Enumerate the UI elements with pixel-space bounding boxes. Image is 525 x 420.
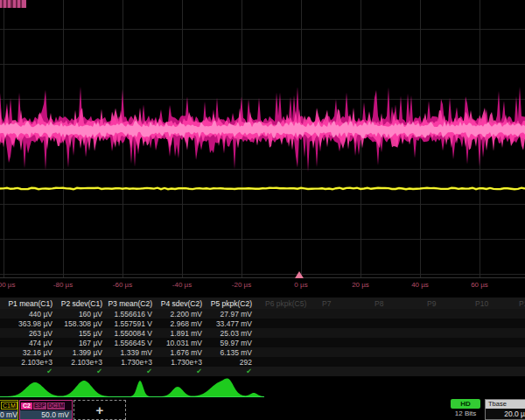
c2-coupling-badge: DC1M bbox=[47, 402, 65, 410]
measure-value: 155 µV bbox=[52, 329, 102, 338]
measure-row: 2.103e+32.103e+31.730e+31.730e+3292 bbox=[0, 357, 525, 367]
c2-descriptor[interactable]: C2 ESP DC1M 50.0 mV bbox=[19, 400, 73, 420]
measure-column-header[interactable]: P1 mean(C1) bbox=[3, 299, 52, 308]
measure-value: 2.968 mV bbox=[152, 319, 202, 328]
measure-value: 33.477 mV bbox=[202, 319, 252, 328]
measure-column-header-dimmed: P7 bbox=[322, 299, 370, 308]
status-check-icon: ✔ bbox=[52, 368, 102, 375]
c1-coupling-badge: C1M bbox=[1, 402, 18, 410]
timebase-label: Tbase bbox=[486, 400, 525, 409]
measure-value: 27.97 mV bbox=[202, 310, 252, 318]
measure-value: 1.339 mV bbox=[102, 348, 152, 357]
measure-column-header[interactable]: P2 sdev(C1) bbox=[52, 299, 102, 308]
measure-value: 2.103e+3 bbox=[52, 358, 102, 367]
measure-status-row: ✔✔✔✔✔ bbox=[0, 367, 525, 376]
timebase-scale-value: 20.0 µ bbox=[486, 409, 525, 419]
measure-header-row: P1 mean(C1)P2 sdev(C1)P3 mean(C2)P4 sdev… bbox=[0, 298, 525, 309]
time-axis-label: 20 µs bbox=[352, 281, 369, 289]
time-axis-label: -100 µs bbox=[0, 281, 15, 289]
waveform-area bbox=[0, 0, 525, 278]
measure-value: 292 bbox=[202, 358, 252, 367]
status-check-icon: ✔ bbox=[202, 368, 252, 375]
measure-row: 440 µV160 µV1.556616 V2.200 mV27.97 mV bbox=[0, 309, 525, 318]
time-axis-label: 0 µs bbox=[294, 281, 307, 289]
measure-value: 1.730e+3 bbox=[102, 358, 152, 367]
measure-value: 1.399 µV bbox=[52, 348, 102, 357]
c2-esp-badge: ESP bbox=[33, 402, 46, 410]
measure-value: 10.031 mV bbox=[152, 339, 202, 347]
cropped-annotation-badge bbox=[0, 0, 26, 8]
histicon-strip bbox=[0, 377, 280, 400]
measure-value: 263 µV bbox=[3, 329, 52, 338]
measure-value: 160 µV bbox=[52, 310, 102, 318]
measure-row: 32.16 µV1.399 µV1.339 mV1.676 mV6.135 mV bbox=[0, 347, 525, 357]
measure-value: 363.98 µV bbox=[3, 319, 52, 328]
measure-column-header-dimmed: P9 bbox=[427, 299, 475, 308]
measure-value: 1.891 mV bbox=[152, 329, 202, 338]
measure-value: 474 µV bbox=[3, 339, 52, 347]
measure-value: 440 µV bbox=[3, 310, 52, 318]
add-trace-button[interactable]: + bbox=[74, 400, 126, 420]
time-axis: -100 µs-80 µs-60 µs-40 µs-20 µs0 µs20 µs… bbox=[0, 278, 525, 292]
measure-value: 6.135 mV bbox=[202, 348, 252, 357]
time-axis-label: 60 µs bbox=[471, 281, 488, 289]
measure-value: 1.557591 V bbox=[102, 319, 152, 328]
measure-column-header-dimmed: P6 pkpk(C5) bbox=[265, 299, 313, 308]
measure-column-header[interactable]: P5 pkpk(C2) bbox=[202, 299, 252, 308]
measure-column-header[interactable]: P3 mean(C2) bbox=[102, 299, 152, 308]
measure-value: 25.03 mV bbox=[202, 329, 252, 338]
timebase-descriptor[interactable]: Tbase 20.0 µ bbox=[485, 399, 525, 420]
measure-column-header[interactable]: P4 sdev(C2) bbox=[152, 299, 202, 308]
measure-row: 263 µV155 µV1.550084 V1.891 mV25.03 mV bbox=[0, 328, 525, 338]
c1-scale-value: 0 mV bbox=[0, 410, 18, 420]
measure-value: 1.730e+3 bbox=[152, 358, 202, 367]
time-axis-label: 40 µs bbox=[411, 281, 429, 289]
measure-column-header-dimmed: P8 bbox=[374, 299, 423, 308]
measure-value: 1.556645 V bbox=[102, 339, 152, 347]
plus-icon: + bbox=[96, 402, 104, 417]
measure-column-header-dimmed: P10 bbox=[475, 299, 523, 308]
measure-value: 1.556616 V bbox=[102, 310, 152, 318]
time-axis-label: -40 µs bbox=[172, 281, 192, 289]
time-axis-label: -20 µs bbox=[232, 281, 251, 289]
hd-badge: HD bbox=[451, 399, 480, 409]
graticule bbox=[0, 0, 525, 278]
status-check-icon: ✔ bbox=[102, 368, 152, 375]
measure-value: 167 µV bbox=[52, 339, 102, 347]
status-check-icon: ✔ bbox=[3, 368, 52, 375]
descriptor-bar: C1M 0 mV C2 ESP DC1M 50.0 mV + HD 12 Bit… bbox=[0, 399, 525, 420]
measure-value: 1.676 mV bbox=[152, 348, 202, 357]
c2-scale-value: 50.0 mV bbox=[20, 410, 72, 420]
measure-row: 363.98 µV158.308 µV1.557591 V2.968 mV33.… bbox=[0, 318, 525, 328]
measure-value: 1.550084 V bbox=[102, 329, 152, 338]
c2-channel-badge: C2 bbox=[21, 402, 32, 410]
measure-value: 2.103e+3 bbox=[3, 358, 52, 367]
measure-value: 158.308 µV bbox=[52, 319, 102, 328]
measure-row: 474 µV167 µV1.556645 V10.031 mV59.97 mV bbox=[0, 338, 525, 347]
bits-label: 12 Bits bbox=[448, 410, 483, 417]
measure-value: 59.97 mV bbox=[202, 339, 252, 347]
time-axis-label: -80 µs bbox=[53, 281, 73, 289]
measure-value: 2.200 mV bbox=[152, 310, 202, 318]
measure-column-header-dimmed: P11 bbox=[519, 299, 525, 308]
trigger-position-marker-icon[interactable] bbox=[295, 271, 304, 278]
time-axis-label: -60 µs bbox=[113, 281, 132, 289]
status-check-icon: ✔ bbox=[152, 368, 202, 375]
measure-table: P1 mean(C1)P2 sdev(C1)P3 mean(C2)P4 sdev… bbox=[0, 298, 525, 376]
acquisition-status[interactable]: HD 12 Bits bbox=[448, 399, 483, 420]
c1-descriptor[interactable]: C1M 0 mV bbox=[0, 400, 18, 420]
measure-value: 32.16 µV bbox=[3, 348, 52, 357]
